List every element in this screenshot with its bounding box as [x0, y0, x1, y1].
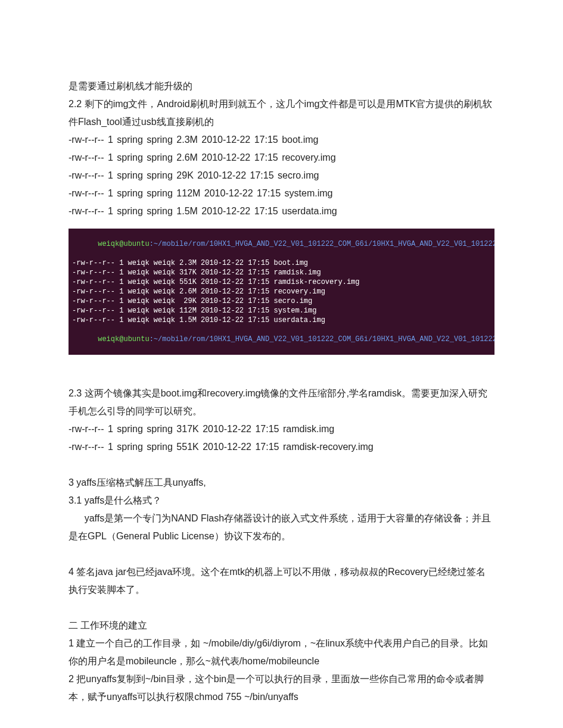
paragraph: yaffs是第一个专门为NAND Flash存储器设计的嵌入式文件系统，适用于大…: [69, 510, 494, 545]
terminal-row: -rw-r--r-- 1 weiqk weiqk 1.5M 2010-12-22…: [72, 315, 491, 325]
file-listing: -rw-r--r-- 1 spring spring 2.3M 2010-12-…: [69, 131, 494, 220]
terminal-row: -rw-r--r-- 1 weiqk weiqk 112M 2010-12-22…: [72, 306, 491, 315]
paragraph: 3.1 yaffs是什么格式？: [69, 492, 494, 510]
paragraph: 3 yaffs压缩格式解压工具unyaffs,: [69, 474, 494, 492]
paragraph: 是需要通过刷机线才能升级的: [69, 77, 494, 95]
file-line: -rw-r--r-- 1 spring spring 29K 2010-12-2…: [69, 167, 494, 185]
file-line: -rw-r--r-- 1 spring spring 112M 2010-12-…: [69, 185, 494, 202]
file-line: -rw-r--r-- 1 spring spring 2.3M 2010-12-…: [69, 131, 494, 149]
terminal-screenshot: weiqk@ubuntu:~/mobile/rom/10HX1_HVGA_AND…: [69, 229, 494, 355]
file-line: -rw-r--r-- 1 spring spring 317K 2010-12-…: [69, 420, 494, 438]
terminal-row: -rw-r--r-- 1 weiqk weiqk 2.3M 2010-12-22…: [72, 258, 491, 268]
paragraph: 2 把unyaffs复制到~/bin目录，这个bin是一个可以执行的目录，里面放…: [69, 670, 494, 706]
paragraph: 2.3 这两个镜像其实是boot.img和recovery.img镜像的文件压缩…: [69, 385, 494, 420]
terminal-row: -rw-r--r-- 1 weiqk weiqk 317K 2010-12-22…: [72, 268, 491, 277]
paragraph: 二 工作环境的建立: [69, 617, 494, 635]
terminal-user: weiqk@ubuntu: [98, 335, 149, 343]
paragraph: 4 签名java jar包已经java环境。这个在mtk的机器上可以不用做，移动…: [69, 563, 494, 599]
terminal-row: -rw-r--r-- 1 weiqk weiqk 551K 2010-12-22…: [72, 277, 491, 287]
file-listing: -rw-r--r-- 1 spring spring 317K 2010-12-…: [69, 420, 494, 456]
terminal-row: -rw-r--r-- 1 weiqk weiqk 29K 2010-12-22 …: [72, 296, 491, 306]
file-line: -rw-r--r-- 1 spring spring 2.6M 2010-12-…: [69, 149, 494, 167]
terminal-user: weiqk@ubuntu: [98, 240, 149, 248]
paragraph: 1 建立一个自己的工作目录，如 ~/mobile/diy/g6i/diyrom，…: [69, 635, 494, 670]
paragraph: 2.2 剩下的img文件，Android刷机时用到就五个，这几个img文件都是可…: [69, 95, 494, 131]
terminal-path: :~/mobile/rom/10HX1_HVGA_AND_V22_V01_101…: [150, 335, 494, 343]
file-line: -rw-r--r-- 1 spring spring 551K 2010-12-…: [69, 438, 494, 456]
terminal-path: :~/mobile/rom/10HX1_HVGA_AND_V22_V01_101…: [150, 240, 494, 248]
document-page: 是需要通过刷机线才能升级的 2.2 剩下的img文件，Android刷机时用到就…: [0, 0, 563, 728]
file-line: -rw-r--r-- 1 spring spring 1.5M 2010-12-…: [69, 202, 494, 220]
terminal-row: -rw-r--r-- 1 weiqk weiqk 2.6M 2010-12-22…: [72, 287, 491, 296]
